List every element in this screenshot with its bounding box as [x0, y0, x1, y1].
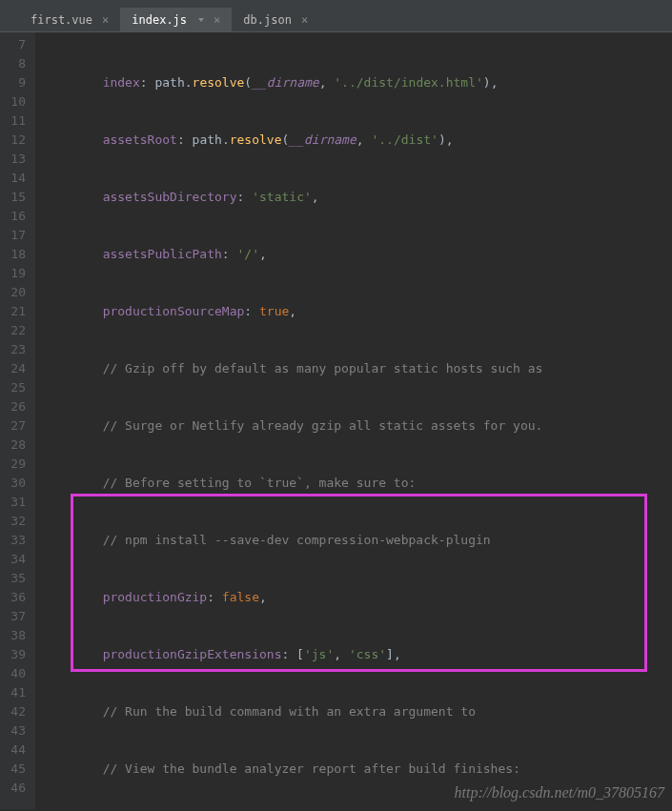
line-number: 39: [6, 645, 26, 664]
line-number: 38: [6, 626, 26, 645]
line-number: 19: [6, 264, 26, 283]
line-number: 16: [6, 207, 26, 226]
line-number: 41: [6, 683, 26, 702]
line-number: 10: [6, 92, 26, 112]
line-number: 36: [6, 588, 26, 607]
tab-label: db.json: [243, 13, 292, 27]
line-number: 23: [6, 340, 26, 359]
code-line[interactable]: // Gzip off by default as many popular s…: [43, 359, 672, 378]
code-line[interactable]: // Before setting to `true`, make sure t…: [43, 474, 672, 493]
code-line[interactable]: productionSourceMap: true,: [43, 302, 672, 321]
line-number: 22: [6, 321, 26, 340]
top-area: [0, 0, 672, 8]
code-line[interactable]: assetsRoot: path.resolve(__dirname, '../…: [43, 131, 672, 150]
line-number: 25: [6, 378, 26, 397]
line-number: 8: [6, 54, 26, 73]
line-number: 46: [6, 779, 26, 798]
line-number: 26: [6, 397, 26, 416]
line-number: 7: [6, 35, 26, 54]
code-line[interactable]: // Run the build command with an extra a…: [43, 702, 672, 721]
line-number: 21: [6, 302, 26, 321]
line-number: 27: [6, 416, 26, 436]
code-area[interactable]: index: path.resolve(__dirname, '../dist/…: [35, 32, 672, 809]
line-number: 29: [6, 455, 26, 474]
line-number: 28: [6, 436, 26, 455]
code-line[interactable]: index: path.resolve(__dirname, '../dist/…: [43, 73, 672, 92]
line-number: 31: [6, 493, 26, 512]
code-line[interactable]: productionGzip: false,: [43, 588, 672, 607]
line-number: 18: [6, 245, 26, 264]
code-editor[interactable]: 7891011121314151617181920212223242526272…: [0, 32, 672, 809]
tab-label: index.js: [132, 13, 187, 27]
line-number: 42: [6, 702, 26, 721]
line-number: 14: [6, 169, 26, 188]
line-number: 37: [6, 607, 26, 626]
close-icon[interactable]: ×: [301, 13, 308, 27]
code-line[interactable]: productionGzipExtensions: ['js', 'css'],: [43, 645, 672, 664]
line-number: 40: [6, 664, 26, 683]
close-icon[interactable]: ×: [102, 13, 109, 27]
line-number: 15: [6, 188, 26, 207]
code-line[interactable]: assetsSubDirectory: 'static',: [43, 188, 672, 207]
line-number: 20: [6, 283, 26, 302]
line-gutter: 7891011121314151617181920212223242526272…: [0, 32, 35, 809]
close-icon[interactable]: ×: [214, 13, 220, 27]
line-number: 13: [6, 150, 26, 169]
tab-index-js[interactable]: index.js ×: [120, 8, 232, 31]
tab-bar: first.vue × index.js × db.json ×: [0, 8, 672, 32]
line-number: 35: [6, 569, 26, 588]
code-line[interactable]: assetsPublicPath: '/',: [43, 245, 672, 264]
line-number: 9: [6, 73, 26, 92]
line-number: 30: [6, 474, 26, 493]
line-number: 43: [6, 721, 26, 740]
chevron-down-icon[interactable]: [198, 18, 204, 22]
code-line[interactable]: // Surge or Netlify already gzip all sta…: [43, 416, 672, 436]
line-number: 11: [6, 112, 26, 131]
tab-first-vue[interactable]: first.vue ×: [19, 8, 120, 31]
line-number: 44: [6, 740, 26, 760]
line-number: 24: [6, 359, 26, 378]
code-line[interactable]: // View the bundle analyzer report after…: [43, 760, 672, 779]
line-number: 32: [6, 512, 26, 531]
line-number: 12: [6, 131, 26, 150]
code-line[interactable]: // npm install --save-dev compression-we…: [43, 531, 672, 550]
line-number: 33: [6, 531, 26, 550]
line-number: 45: [6, 760, 26, 779]
tab-db-json[interactable]: db.json ×: [232, 8, 319, 31]
line-number: 34: [6, 550, 26, 569]
tab-label: first.vue: [31, 13, 92, 27]
line-number: 17: [6, 226, 26, 245]
